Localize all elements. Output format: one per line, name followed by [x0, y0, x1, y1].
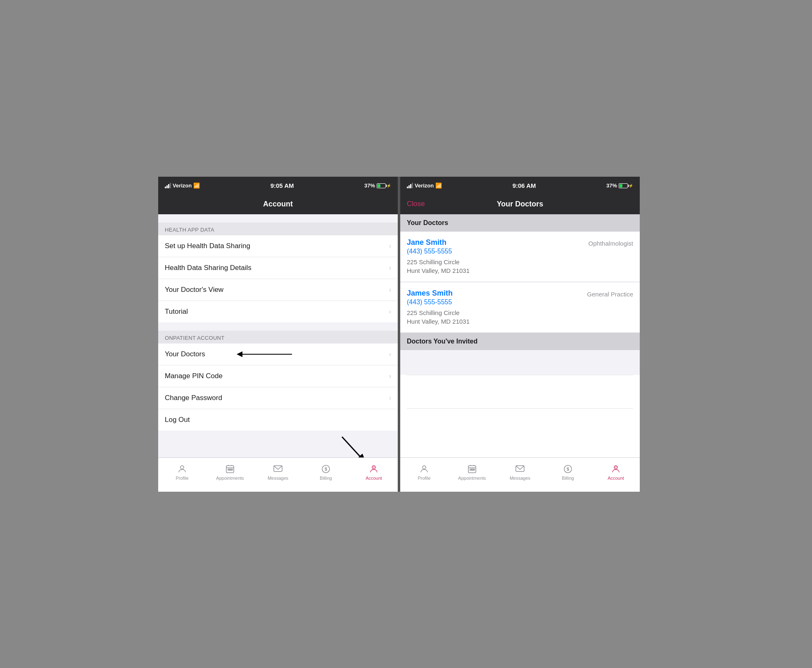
left-nav-bar: Account	[158, 195, 398, 214]
left-nav-title: Account	[263, 200, 293, 208]
chevron-icon-2: ›	[389, 286, 391, 294]
svg-line-1	[342, 437, 365, 457]
right-battery-icon: ⚡	[619, 183, 633, 188]
close-button[interactable]: Close	[407, 200, 425, 208]
chevron-icon-4: ›	[389, 351, 391, 358]
left-tab-messages[interactable]: Messages	[254, 464, 302, 481]
tutorial-label: Tutorial	[165, 308, 188, 316]
doctor-james-phone[interactable]: (443) 555-5555	[407, 298, 580, 306]
mid-separator	[158, 322, 398, 331]
right-messages-icon	[515, 464, 525, 474]
arrow-line	[242, 354, 292, 355]
left-content: HEALTH APP DATA Set up Health Data Shari…	[158, 214, 398, 457]
doctor-james-smith[interactable]: James Smith (443) 555-5555 General Pract…	[400, 282, 640, 333]
your-doctors-view-label: Your Doctor's View	[165, 286, 223, 294]
invited-doctors-list	[400, 375, 640, 457]
health-data-sharing-details-label: Health Data Sharing Details	[165, 264, 252, 272]
invited-separator-2	[407, 408, 633, 409]
your-doctors-label: Your Doctors	[165, 350, 205, 358]
left-status-bar: Verizon 📶 9:05 AM 37% ⚡	[158, 177, 398, 195]
left-time: 9:05 AM	[271, 182, 294, 189]
svg-rect-9	[231, 469, 233, 470]
log-out-item[interactable]: Log Out	[158, 409, 398, 431]
bolt-icon: ⚡	[387, 184, 391, 188]
right-tab-account[interactable]: Account	[592, 464, 640, 481]
svg-rect-7	[228, 469, 229, 470]
right-tab-profile-label: Profile	[418, 476, 430, 481]
left-tab-appointments-label: Appointments	[216, 476, 244, 481]
right-tab-billing[interactable]: $ Billing	[544, 464, 592, 481]
right-tab-profile[interactable]: Profile	[400, 464, 448, 481]
doctor-james-specialty: General Practice	[587, 291, 633, 298]
right-tab-messages[interactable]: Messages	[496, 464, 544, 481]
battery-percent: 37%	[364, 182, 375, 189]
battery-icon: ⚡	[377, 183, 391, 188]
doctor-jane-address: 225 Schilling Circle Hunt Valley, MD 210…	[407, 258, 633, 275]
right-status-bar: Verizon 📶 9:06 AM 37% ⚡	[400, 177, 640, 195]
set-up-health-data-sharing-label: Set up Health Data Sharing	[165, 242, 250, 250]
doctor-james-name: James Smith	[407, 289, 580, 298]
onpatient-account-header: ONPATIENT ACCOUNT	[158, 331, 398, 343]
right-carrier-name: Verizon	[415, 182, 434, 189]
left-tab-billing-label: Billing	[320, 476, 332, 481]
diagonal-arrow-annotation	[334, 435, 375, 457]
right-tab-appointments-label: Appointments	[458, 476, 486, 481]
svg-point-15	[423, 466, 426, 469]
doctor-james-info-row: James Smith (443) 555-5555 General Pract…	[407, 289, 633, 308]
annotation-arrow	[237, 350, 303, 358]
right-tab-account-label: Account	[608, 476, 624, 481]
left-phone-screen: Verizon 📶 9:05 AM 37% ⚡ Account HEA	[158, 177, 398, 492]
left-tab-profile-label: Profile	[176, 476, 188, 481]
left-tab-account[interactable]: Account	[350, 464, 398, 481]
doctor-james-address-line2: Hunt Valley, MD 21031	[407, 317, 633, 326]
right-profile-icon	[419, 464, 430, 474]
right-phone-screen: Verizon 📶 9:06 AM 37% ⚡ Close Your Docto…	[400, 177, 640, 492]
doctor-jane-address-line1: 225 Schilling Circle	[407, 258, 633, 266]
right-content: Your Doctors Jane Smith (443) 555-5555 O…	[400, 214, 640, 457]
chevron-icon-0: ›	[389, 242, 391, 250]
right-tab-appointments[interactable]: Appointments	[448, 464, 496, 481]
manage-pin-item[interactable]: Manage PIN Code ›	[158, 365, 398, 387]
svg-point-27	[615, 467, 617, 468]
top-separator	[158, 214, 398, 223]
right-signal-bars	[407, 183, 413, 188]
set-up-health-data-sharing-item[interactable]: Set up Health Data Sharing ›	[158, 235, 398, 257]
chevron-icon-6: ›	[389, 394, 391, 402]
svg-point-2	[180, 466, 184, 469]
left-status-carrier: Verizon 📶	[165, 182, 200, 189]
right-nav-bar: Close Your Doctors	[400, 195, 640, 214]
doctor-jane-info-left: Jane Smith (443) 555-5555	[407, 238, 582, 258]
right-billing-icon: $	[563, 464, 573, 474]
profile-icon	[177, 464, 188, 474]
tutorial-item[interactable]: Tutorial ›	[158, 301, 398, 322]
right-account-icon-active	[610, 464, 621, 474]
your-doctors-view-item[interactable]: Your Doctor's View ›	[158, 279, 398, 301]
svg-point-14	[373, 467, 375, 468]
svg-rect-21	[472, 469, 473, 470]
doctor-jane-phone[interactable]: (443) 555-5555	[407, 248, 582, 255]
your-doctors-item[interactable]: Your Doctors ›	[158, 343, 398, 365]
chevron-icon-5: ›	[389, 372, 391, 380]
onpatient-account-section: Your Doctors › Manage PIN Code › Change …	[158, 343, 398, 431]
left-tab-appointments[interactable]: Appointments	[206, 464, 254, 481]
doctor-jane-specialty: Ophthalmologist	[589, 240, 633, 247]
left-tab-billing[interactable]: $ Billing	[302, 464, 350, 481]
right-status-carrier: Verizon 📶	[407, 182, 442, 189]
appointments-icon	[225, 464, 235, 474]
svg-rect-22	[473, 469, 475, 470]
health-data-sharing-details-item[interactable]: Health Data Sharing Details ›	[158, 257, 398, 279]
doctor-jane-address-line2: Hunt Valley, MD 21031	[407, 266, 633, 275]
right-tab-messages-label: Messages	[510, 476, 530, 481]
carrier-name: Verizon	[173, 182, 192, 189]
left-tab-profile[interactable]: Profile	[158, 464, 206, 481]
change-password-item[interactable]: Change Password ›	[158, 387, 398, 409]
health-app-data-section: Set up Health Data Sharing › Health Data…	[158, 235, 398, 322]
doctor-jane-smith[interactable]: Jane Smith (443) 555-5555 Ophthalmologis…	[400, 232, 640, 282]
bottom-space	[158, 431, 398, 455]
left-tab-bar: Profile Appointments	[158, 457, 398, 492]
svg-rect-20	[470, 469, 471, 470]
right-battery-percent: 37%	[606, 182, 617, 189]
signal-bars	[165, 183, 171, 188]
left-battery: 37% ⚡	[364, 182, 391, 189]
doctor-james-address: 225 Schilling Circle Hunt Valley, MD 210…	[407, 308, 633, 326]
